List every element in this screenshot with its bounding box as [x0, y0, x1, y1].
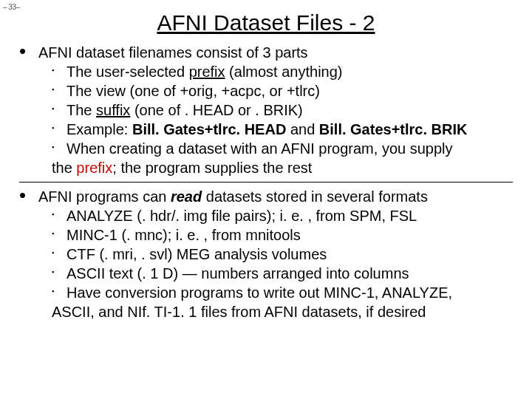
bullet-1-sublist: The user-selected prefix (almost anythin…: [38, 62, 513, 177]
separator: [19, 182, 513, 183]
bullet-2: AFNI programs can read datasets stored i…: [19, 187, 513, 321]
bullet-1-lead: AFNI dataset filenames consist of 3 part…: [38, 44, 308, 61]
sub-2-2: MINC-1 (. mnc); i. e. , from mnitools: [52, 225, 513, 245]
slide-title: AFNI Dataset Files - 2: [0, 10, 532, 35]
term-prefix: prefix: [189, 64, 225, 80]
page-number: – 33–: [3, 3, 20, 11]
sub-2-1: ANALYZE (. hdr/. img file pairs); i. e. …: [52, 206, 513, 225]
sub-1-5: When creating a dataset with an AFNI pro…: [52, 139, 513, 177]
sub-1-3: The suffix (one of . HEAD or . BRIK): [52, 100, 513, 120]
sub-1-2: The view (one of +orig, +acpc, or +tlrc): [52, 81, 513, 100]
term-suffix: suffix: [96, 102, 130, 118]
term-prefix-red: prefix: [76, 160, 112, 176]
bullet-2-lead: AFNI programs can read datasets stored i…: [38, 188, 428, 205]
slide-body: AFNI dataset filenames consist of 3 part…: [0, 43, 532, 321]
sub-2-5: Have conversion programs to write out MI…: [52, 283, 513, 321]
bullet-2-sublist: ANALYZE (. hdr/. img file pairs); i. e. …: [38, 206, 513, 321]
sub-2-4: ASCII text (. 1 D) — numbers arranged in…: [52, 264, 513, 283]
sub-1-4: Example: Bill. Gates+tlrc. HEAD and Bill…: [52, 120, 513, 139]
sub-1-1: The user-selected prefix (almost anythin…: [52, 62, 513, 81]
sub-2-3: CTF (. mri, . svl) MEG analysis volumes: [52, 245, 513, 264]
bullet-1: AFNI dataset filenames consist of 3 part…: [19, 43, 513, 177]
